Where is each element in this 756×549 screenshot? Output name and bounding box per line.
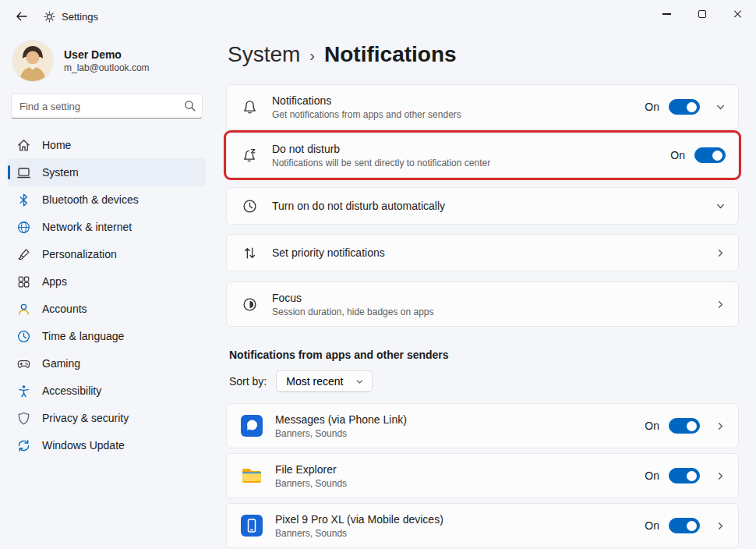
sidebar-item-time-language[interactable]: Time & language <box>8 322 206 350</box>
chevron-right-icon[interactable] <box>715 421 726 431</box>
card-subtitle: Notifications will be sent directly to n… <box>272 158 670 168</box>
chevron-right-icon[interactable] <box>715 521 726 531</box>
paintbrush-icon <box>16 246 31 262</box>
card-title: Notifications <box>272 94 645 107</box>
toggle-state-label: On <box>645 519 659 532</box>
sidebar-item-label: Time & language <box>42 330 124 342</box>
sidebar-item-network[interactable]: Network & internet <box>8 213 206 241</box>
sidebar-item-label: Home <box>42 139 71 151</box>
sidebar-item-label: Gaming <box>42 357 80 370</box>
sidebar-item-privacy[interactable]: Privacy & security <box>8 404 206 432</box>
accessibility-person-icon <box>16 383 31 398</box>
chevron-right-icon[interactable] <box>715 471 726 481</box>
focus-card[interactable]: Focus Session duration, hide badges on a… <box>226 282 739 327</box>
do-not-disturb-toggle[interactable] <box>694 147 726 163</box>
file-explorer-toggle[interactable] <box>669 468 700 483</box>
toggle-state-label: On <box>670 149 685 161</box>
bell-snooze-icon <box>241 147 258 164</box>
card-title: Focus <box>272 292 700 304</box>
globe-icon <box>16 219 31 235</box>
search-box <box>11 94 203 119</box>
focus-icon <box>241 296 258 313</box>
sidebar-item-accounts[interactable]: Accounts <box>8 295 206 323</box>
auto-dnd-card[interactable]: Turn on do not disturb automatically <box>226 187 739 225</box>
sort-dropdown[interactable]: Most recent <box>276 370 373 392</box>
sidebar-item-bluetooth[interactable]: Bluetooth & devices <box>8 186 206 214</box>
shield-icon <box>16 410 31 426</box>
messages-toggle[interactable] <box>669 418 700 434</box>
app-card-file-explorer[interactable]: File Explorer Banners, Sounds On <box>226 453 739 498</box>
sidebar-item-home[interactable]: Home <box>8 131 206 159</box>
toggle-state-label: On <box>645 420 659 432</box>
sidebar-item-label: Personalization <box>42 248 117 260</box>
app-name: Messages (via Phone Link) <box>275 413 645 426</box>
card-text: Do not disturb Notifications will be sen… <box>272 136 670 175</box>
sidebar: User Demo m_lab@outlook.com Home System … <box>0 33 217 549</box>
maximize-button[interactable] <box>684 0 720 28</box>
notifications-toggle[interactable] <box>669 99 700 115</box>
card-text: Turn on do not disturb automatically <box>272 193 700 219</box>
clock-icon <box>16 328 31 344</box>
chevron-down-icon[interactable] <box>715 102 726 112</box>
sidebar-item-system[interactable]: System <box>8 158 206 186</box>
pixel-toggle[interactable] <box>669 518 700 533</box>
chevron-down-icon <box>355 377 364 386</box>
maximize-icon <box>698 10 706 18</box>
avatar <box>12 41 53 81</box>
sidebar-item-label: System <box>42 166 79 179</box>
close-button[interactable] <box>720 0 756 28</box>
sort-dropdown-value: Most recent <box>286 375 343 388</box>
sidebar-item-label: Accounts <box>42 303 87 315</box>
sidebar-item-windows-update[interactable]: Windows Update <box>8 431 206 459</box>
priority-notifications-card[interactable]: Set priority notifications <box>226 234 739 271</box>
chevron-right-icon[interactable] <box>715 248 726 258</box>
sidebar-item-label: Apps <box>42 275 67 288</box>
card-subtitle: Get notifications from apps and other se… <box>272 109 645 120</box>
system-icon <box>16 165 31 180</box>
do-not-disturb-card[interactable]: Do not disturb Notifications will be sen… <box>226 133 739 178</box>
sidebar-item-personalization[interactable]: Personalization <box>8 240 206 268</box>
bluetooth-icon <box>16 192 31 207</box>
messages-app-icon <box>241 415 263 437</box>
app-subtitle: Banners, Sounds <box>275 528 645 539</box>
main-content: System › Notifications Notifications Get… <box>217 33 756 549</box>
priority-arrows-icon <box>241 244 258 261</box>
app-name: File Explorer <box>275 463 645 476</box>
minimize-icon <box>662 13 671 14</box>
card-title: Turn on do not disturb automatically <box>272 200 700 212</box>
chevron-down-icon[interactable] <box>715 201 726 211</box>
card-title: Do not disturb <box>272 143 670 155</box>
window-controls <box>648 0 756 28</box>
clock-icon <box>241 197 258 214</box>
notifications-card[interactable]: Notifications Get notifications from app… <box>226 84 739 129</box>
home-icon <box>16 137 31 153</box>
sidebar-item-label: Windows Update <box>42 439 125 452</box>
toggle-state-label: On <box>645 469 659 482</box>
minimize-button[interactable] <box>648 0 684 28</box>
titlebar: Settings <box>0 0 756 33</box>
app-card-messages[interactable]: Messages (via Phone Link) Banners, Sound… <box>226 403 739 448</box>
app-name: Pixel 9 Pro XL (via Mobile devices) <box>275 513 645 526</box>
settings-gear-icon <box>44 11 55 23</box>
user-account-row[interactable]: User Demo m_lab@outlook.com <box>8 36 206 94</box>
card-text: Messages (via Phone Link) Banners, Sound… <box>275 406 645 446</box>
breadcrumb-separator: › <box>309 44 315 65</box>
breadcrumb-system[interactable]: System <box>228 42 300 67</box>
sidebar-item-label: Bluetooth & devices <box>42 193 139 206</box>
back-button[interactable] <box>6 5 36 28</box>
sidebar-item-label: Network & internet <box>42 221 132 233</box>
card-text: Pixel 9 Pro XL (via Mobile devices) Bann… <box>275 506 645 546</box>
sidebar-item-apps[interactable]: Apps <box>8 267 206 296</box>
app-card-pixel[interactable]: Pixel 9 Pro XL (via Mobile devices) Bann… <box>226 503 739 548</box>
chevron-right-icon[interactable] <box>715 299 726 310</box>
search-icon <box>184 100 196 114</box>
gamepad-icon <box>16 356 31 371</box>
search-input[interactable] <box>11 94 203 119</box>
breadcrumb: System › Notifications <box>228 42 739 67</box>
card-text: File Explorer Banners, Sounds <box>275 456 645 496</box>
card-text: Focus Session duration, hide badges on a… <box>272 285 700 324</box>
sidebar-item-gaming[interactable]: Gaming <box>8 349 206 377</box>
card-text: Set priority notifications <box>272 239 700 266</box>
sidebar-nav: Home System Bluetooth & devices Network … <box>8 131 206 459</box>
sidebar-item-accessibility[interactable]: Accessibility <box>8 377 206 405</box>
